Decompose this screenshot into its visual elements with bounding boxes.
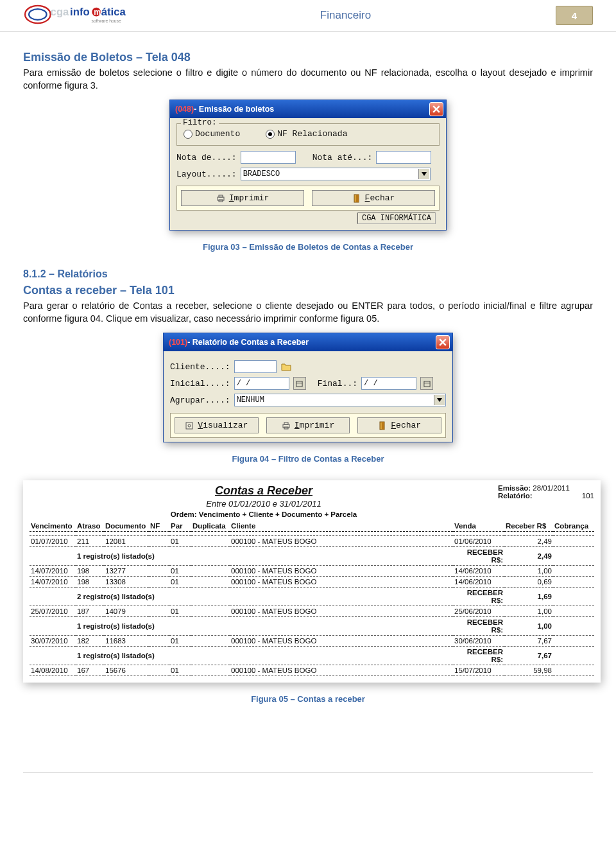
combo-layout-value: BRADESCO (243, 170, 280, 179)
meta-emissao-k: Emissão: (498, 484, 531, 492)
radio-icon (266, 130, 275, 139)
table-row: 25/07/20101871407901000100 - MATEUS BOGO… (30, 606, 594, 617)
input-nota-ate[interactable] (376, 151, 431, 164)
header-title: Financeiro (135, 9, 556, 22)
table-row: 2 registro(s) listado(s)RECEBER R$:1,69 (30, 588, 594, 606)
svg-text:ática: ática (101, 6, 126, 18)
printer-icon (282, 421, 291, 430)
title-code: (048) (175, 105, 194, 114)
titlebar: (048) - Emissão de boletos (170, 100, 446, 118)
close-icon[interactable] (436, 335, 450, 349)
calendar-icon[interactable] (420, 377, 433, 390)
svg-rect-9 (219, 195, 223, 197)
report-title: Contas a Receber (30, 484, 498, 498)
fechar-label: echar (370, 193, 395, 203)
page-number-badge: 4 (556, 6, 593, 25)
fechar-button[interactable]: Fechar (357, 417, 441, 433)
fechar-button[interactable]: Fechar (312, 190, 435, 206)
col-cliente: Cliente (230, 521, 453, 532)
subsection-relatorios: 8.1.2 – Relatórios (23, 268, 593, 280)
input-final[interactable]: / / (361, 377, 416, 390)
door-icon (378, 421, 387, 430)
chevron-down-icon (418, 169, 429, 179)
meta-emissao-v: 28/01/2011 (533, 484, 570, 492)
title-code: (101) (169, 338, 187, 347)
radio-nf-relacionada[interactable]: NF Relacionada (266, 129, 347, 139)
combo-layout[interactable]: BRADESCO (241, 168, 431, 180)
col-duplicata: Duplicata (191, 521, 230, 532)
input-nota-de[interactable] (241, 151, 296, 164)
imprimir-button[interactable]: Imprimir (266, 417, 350, 433)
fechar-label: echar (396, 421, 421, 430)
title-text: - Emissão de boletos (194, 105, 274, 114)
svg-rect-23 (382, 422, 384, 430)
table-row: 30/07/20101821168301000100 - MATEUS BOGO… (30, 636, 594, 647)
input-inicial[interactable]: / / (234, 377, 289, 390)
status-bar: CGA INFORMÁTICA (357, 213, 436, 224)
col-venda: Venda (453, 521, 504, 532)
radio-documento-label: Documento (195, 129, 240, 139)
imprimir-label: mprimir (234, 193, 270, 203)
label-nota-de: Nota de....: (176, 153, 237, 162)
combo-agrupar[interactable]: NENHUM (234, 394, 446, 406)
table-row: 1 registro(s) listado(s)RECEBER R$:2,49 (30, 547, 594, 566)
titlebar: (101) - Relatório de Contas a Receber (164, 333, 452, 351)
table-row: 14/08/20101671567601000100 - MATEUS BOGO… (30, 665, 594, 676)
dialog-emissao-boletos: (048) - Emissão de boletos Filtro: Docum… (169, 100, 447, 231)
svg-rect-20 (284, 423, 288, 424)
section2-paragraph: Para gerar o relatório de Contas a receb… (23, 300, 593, 325)
report-table: Vencimento Atraso Documento NF Par Dupli… (30, 521, 594, 676)
label-nota-ate: Nota até...: (312, 153, 373, 162)
table-header-row: Vencimento Atraso Documento NF Par Dupli… (30, 521, 594, 532)
close-icon[interactable] (429, 102, 443, 116)
radio-documento[interactable]: Documento (184, 129, 240, 139)
footer-rule (23, 772, 593, 772)
filtro-legend: Filtro: (181, 118, 219, 127)
chevron-down-icon (434, 395, 445, 405)
col-nf: NF (149, 521, 169, 532)
col-atraso: Atraso (76, 521, 104, 532)
groupbox-filtro: Filtro: Documento NF Relacionada (176, 123, 440, 146)
calendar-icon[interactable] (293, 377, 306, 390)
svg-text:info: info (70, 6, 90, 18)
figure-caption-03: Figura 03 – Emissão de Boletos de Contas… (23, 242, 593, 252)
figure-caption-04: Figura 04 – Filtro de Contas a Receber (23, 454, 593, 464)
label-layout: Layout.....: (176, 170, 237, 179)
label-cliente: Cliente....: (170, 362, 230, 372)
imprimir-button[interactable]: Imprimir (181, 190, 304, 206)
meta-relatorio-k: Relatório: (498, 492, 533, 500)
table-row: 14/07/20101981327701000100 - MATEUS BOGO… (30, 566, 594, 577)
section-heading-emissao: Emissão de Boletos – Tela 048 (23, 51, 593, 64)
report-order: Ordem: Vencimento + Cliente + Documento … (30, 510, 498, 518)
meta-relatorio-v: 101 (582, 492, 594, 500)
folder-open-icon[interactable] (280, 361, 292, 372)
col-receber: Receber R$ (504, 521, 553, 532)
door-icon (352, 194, 361, 203)
table-row: 14/07/20101981330801000100 - MATEUS BOGO… (30, 577, 594, 588)
imprimir-label: mprimir (300, 421, 335, 430)
svg-rect-12 (356, 195, 359, 202)
input-cliente[interactable] (234, 360, 277, 373)
section1-paragraph: Para emissão de boletos selecione o filt… (23, 67, 593, 92)
col-documento: Documento (104, 521, 149, 532)
dialog-relatorio-contas: (101) - Relatório de Contas a Receber Cl… (163, 333, 453, 442)
radio-nf-label: NF Relacionada (277, 129, 347, 139)
col-cobranca: Cobrança (553, 521, 594, 532)
table-row: 1 registro(s) listado(s)RECEBER R$:1,00 (30, 617, 594, 636)
label-agrupar: Agrupar....: (170, 396, 230, 405)
combo-agrupar-value: NENHUM (237, 396, 264, 405)
radio-icon (184, 130, 193, 139)
preview-icon (185, 421, 194, 430)
report-subtitle: Entre 01/01/2010 e 31/01/2011 (30, 499, 498, 509)
svg-point-1 (29, 9, 46, 20)
section-heading-contas-receber: Contas a receber – Tela 101 (23, 284, 593, 297)
visualizar-button[interactable]: Visualizar (175, 417, 259, 433)
page-header: cga info m ática software house Financei… (0, 0, 616, 31)
figure-caption-05: Figura 05 – Contas a receber (23, 694, 593, 704)
button-panel: Visualizar Imprimir Fechar (170, 413, 446, 438)
report-meta: Emissão: 28/01/2011 Relatório: 101 (498, 484, 594, 500)
col-par: Par (169, 521, 191, 532)
table-row: 1 registro(s) listado(s)RECEBER R$:7,67 (30, 647, 594, 665)
svg-text:cga: cga (51, 6, 70, 18)
visualizar-label: isualizar (203, 421, 248, 430)
